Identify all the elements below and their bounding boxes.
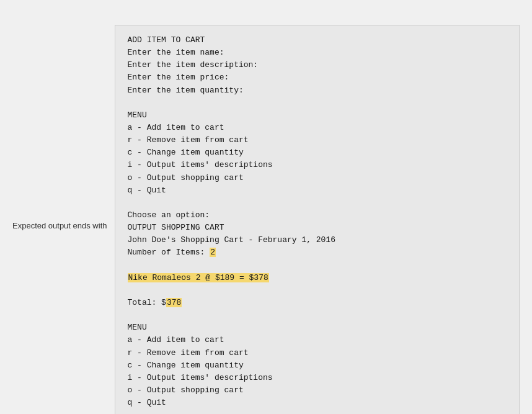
page-wrapper: Expected output ends with ADD ITEM TO CA… <box>0 12 532 414</box>
menu-c-1: c - Change item quantity <box>128 146 507 159</box>
menu-q-1: q - Quit <box>128 184 507 197</box>
enter-name: Enter the item name: <box>128 47 507 59</box>
menu-header-2: MENU <box>128 322 507 334</box>
output-header: OUTPUT SHOPPING CART <box>128 222 507 234</box>
item-line-prefix: Nike Romaleos 2 @ $189 <box>128 273 239 282</box>
total-prefix: Total: $ <box>128 298 166 307</box>
menu-r-1: r - Remove item from cart <box>128 134 507 146</box>
menu-header-1: MENU <box>128 109 507 122</box>
num-items-value: 2 <box>210 248 216 257</box>
menu-a-2: a - Add item to cart <box>128 334 507 346</box>
add-item-header: ADD ITEM TO CART <box>128 34 507 47</box>
menu-a-1: a - Add item to cart <box>128 122 507 134</box>
total-value: 378 <box>166 298 182 307</box>
item-equals: = <box>239 273 244 282</box>
enter-description: Enter the item description: <box>128 59 507 71</box>
total-line: Total: $378 <box>128 297 507 309</box>
menu-q-2: q - Quit <box>128 397 507 409</box>
choose-option-1: Choose an option: <box>128 209 507 222</box>
menu-i-1: i - Output items' descriptions <box>128 159 507 171</box>
num-items-line: Number of Items: 2 <box>128 246 507 259</box>
enter-quantity: Enter the item quantity: <box>128 84 507 97</box>
menu-i-2: i - Output items' descriptions <box>128 372 507 384</box>
num-items-prefix: Number of Items: <box>128 248 210 257</box>
item-line-suffix: $378 <box>244 273 268 282</box>
menu-c-2: c - Change item quantity <box>128 359 507 372</box>
menu-o-2: o - Output shopping cart <box>128 384 507 397</box>
item-line: Nike Romaleos 2 @ $189 = $378 <box>128 272 507 284</box>
expected-output-label: Expected output ends with <box>12 221 107 230</box>
terminal-box: ADD ITEM TO CART Enter the item name: En… <box>115 25 520 414</box>
cart-title: John Doe's Shopping Cart - February 1, 2… <box>128 234 507 246</box>
enter-price: Enter the item price: <box>128 71 507 84</box>
menu-o-1: o - Output shopping cart <box>128 172 507 184</box>
menu-r-2: r - Remove item from cart <box>128 347 507 359</box>
item-details: Nike Romaleos 2 @ $189 = $378 <box>128 273 269 282</box>
